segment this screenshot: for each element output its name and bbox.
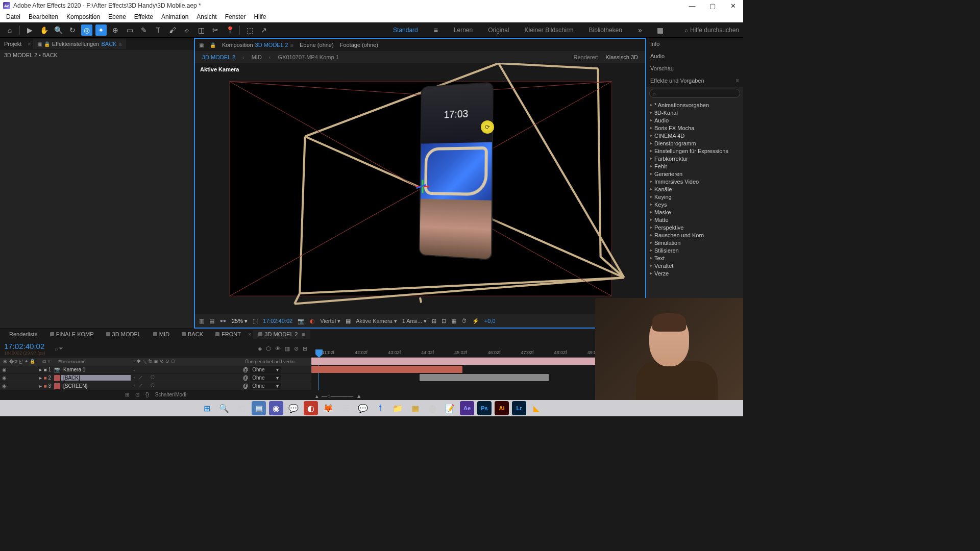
panel-menu-icon[interactable]: ≡ <box>736 78 739 84</box>
tree-item[interactable]: ▸Dienstprogramm <box>648 139 741 147</box>
pen-tool-icon[interactable]: ✎ <box>138 24 150 36</box>
facebook-icon[interactable]: f <box>373 401 387 415</box>
res-icon[interactable]: ⬚ <box>253 318 258 324</box>
after-effects-icon[interactable]: Ae <box>460 401 474 415</box>
tree-item[interactable]: ▸Keys <box>648 201 741 208</box>
brush-tool-icon[interactable]: 🖌 <box>167 24 178 36</box>
search-taskbar-icon[interactable]: 🔍 <box>217 401 231 415</box>
timeline-tab-front[interactable]: FRONT <box>210 330 246 339</box>
frame-blend-icon[interactable]: ▥ <box>285 345 290 352</box>
audio-panel-tab[interactable]: Audio <box>646 50 743 62</box>
layer-tab[interactable]: Ebene (ohne) <box>300 42 334 48</box>
parent-dropdown[interactable]: Ohne▾ <box>250 374 281 381</box>
menu-komposition[interactable]: Komposition <box>62 12 104 21</box>
layer-bar[interactable] <box>420 374 549 381</box>
tree-item[interactable]: ▸Audio <box>648 116 741 124</box>
timeline-tab-3dmodel2[interactable]: 3D MODEL 2≡ <box>253 330 310 339</box>
timeline-layer-row[interactable]: ◉ ▸■2 [BACK] ⬩／⬡ @Ohne▾ <box>0 374 311 382</box>
firefox-icon[interactable]: 🦊 <box>321 401 335 415</box>
timecode-icon[interactable]: ⏱ <box>461 318 467 324</box>
shape-tool-icon[interactable]: ▭ <box>124 24 135 36</box>
home-tool-icon[interactable]: ⌂ <box>4 24 15 36</box>
extra-tool-icon[interactable]: ↗ <box>258 24 270 36</box>
tree-item[interactable]: ▸Text <box>648 254 741 262</box>
camera-track-tool-icon[interactable]: ✦ <box>95 24 107 36</box>
zoom-tool-icon[interactable]: 🔍 <box>53 24 64 36</box>
tree-item[interactable]: ▸Maske <box>648 208 741 216</box>
tree-item[interactable]: ▸Immersives Video <box>648 178 741 185</box>
safe-icon[interactable]: ▦ <box>451 318 456 324</box>
menu-effekte[interactable]: Effekte <box>130 12 157 21</box>
explorer-icon[interactable]: ▤ <box>252 401 266 415</box>
layer-bar[interactable] <box>311 366 462 373</box>
tree-item[interactable]: ▸Fehlt <box>648 162 741 170</box>
workspace-grid-icon[interactable]: ▦ <box>655 24 666 36</box>
whatsapp-icon[interactable]: 💬 <box>286 401 301 415</box>
toggle-icon[interactable]: ▤ <box>209 318 214 324</box>
clone-tool-icon[interactable]: ⟐ <box>181 24 192 36</box>
tree-item[interactable]: ▸Generieren <box>648 170 741 178</box>
draft-3d-icon[interactable]: ⬡ <box>266 345 271 352</box>
effect-controls-tab[interactable]: ▣ 🔒 Effekteinstellungen BACK ≡ <box>33 39 126 49</box>
graph-icon[interactable]: ⊞ <box>303 345 307 352</box>
comp-lock-icon[interactable]: 🔒 <box>210 42 216 48</box>
timeline-current-time[interactable]: 17:02:40:02 <box>4 342 45 350</box>
viewport[interactable]: Aktive Kamera <box>195 63 645 314</box>
info-panel-tab[interactable]: Info <box>646 38 743 50</box>
toggle-modes-icon[interactable]: ⊡ <box>135 392 139 397</box>
tree-item[interactable]: ▸* Animationsvorgaben <box>648 101 741 109</box>
tree-item[interactable]: ▸Verze <box>648 269 741 277</box>
illustrator-icon[interactable]: Ai <box>495 401 509 415</box>
folder-icon[interactable]: 📁 <box>390 401 405 415</box>
snapshot-icon[interactable]: 📷 <box>298 318 305 324</box>
workspace-bibliotheken[interactable]: Bibliotheken <box>586 24 625 36</box>
comp-flowchart-icon[interactable]: ◈ <box>258 345 262 352</box>
app-icon-orange[interactable]: ◣ <box>529 401 544 415</box>
snap-icon[interactable]: ⬚ <box>244 24 255 36</box>
layer-name[interactable]: [SCREEN] <box>61 383 131 389</box>
channel-icon[interactable]: ◐ <box>310 318 315 324</box>
tree-item[interactable]: ▸Simulation <box>648 239 741 246</box>
minimize-button[interactable]: — <box>685 0 699 11</box>
workspace-kleiner[interactable]: Kleiner Bildschirm <box>522 24 577 36</box>
lightroom-icon[interactable]: Lr <box>512 401 526 415</box>
roto-tool-icon[interactable]: ✂ <box>210 24 221 36</box>
timeline-tab-mid[interactable]: MID <box>148 330 175 339</box>
menu-ansicht[interactable]: Ansicht <box>192 12 220 21</box>
eraser-tool-icon[interactable]: ◫ <box>195 24 207 36</box>
photoshop-icon[interactable]: Ps <box>477 401 492 415</box>
effects-search-input[interactable]: ⌕ <box>649 89 740 98</box>
text-tool-icon[interactable]: T <box>153 24 164 36</box>
transform-gizmo[interactable] <box>412 177 432 197</box>
project-tab[interactable]: Projekt <box>0 39 26 49</box>
app-icon-yellow[interactable]: ▦ <box>408 401 422 415</box>
anchor-tool-icon[interactable]: ⊕ <box>110 24 121 36</box>
grid-icon[interactable]: ⊞ <box>432 318 436 324</box>
zoom-in-icon[interactable]: ▲ <box>356 393 362 399</box>
teams-icon[interactable]: ◉ <box>269 401 283 415</box>
resolution-dropdown[interactable]: Viertel▾ <box>320 318 340 324</box>
parent-pick-icon[interactable]: @ <box>243 367 248 372</box>
rotate-tool-icon[interactable]: ↻ <box>67 24 78 36</box>
tree-item[interactable]: ▸Perspektive <box>648 223 741 231</box>
timeline-search-icon[interactable]: ⌕⏷ <box>55 345 64 352</box>
transparency-icon[interactable]: ▦ <box>346 318 351 324</box>
task-view-icon[interactable]: ▥ <box>234 401 249 415</box>
tree-item[interactable]: ▸Stilisieren <box>648 246 741 254</box>
zoom-dropdown[interactable]: 25%▾ <box>232 318 248 324</box>
alpha-icon[interactable]: ▥ <box>199 318 204 324</box>
parent-dropdown[interactable]: Ohne▾ <box>250 383 281 389</box>
fast-icon[interactable]: ⚡ <box>472 318 479 324</box>
footage-tab[interactable]: Footage (ohne) <box>340 42 378 48</box>
parent-dropdown[interactable]: Ohne▾ <box>250 366 281 373</box>
tree-item[interactable]: ▸Einstellungen für Expressions <box>648 147 741 155</box>
start-button[interactable]: ⊞ <box>200 401 214 415</box>
guide-icon[interactable]: ⊡ <box>442 318 446 324</box>
breadcrumb-3[interactable]: GX010707.MP4 Komp 1 <box>278 54 339 60</box>
timeline-layer-row[interactable]: ◉ ▸■1 📷 Kamera 1 ⬩ @Ohne▾ <box>0 366 311 374</box>
puppet-tool-icon[interactable]: 📍 <box>224 24 235 36</box>
menu-datei[interactable]: Datei <box>2 12 24 21</box>
tree-item[interactable]: ▸Keying <box>648 193 741 201</box>
renderer-dropdown[interactable]: Klassisch 3D <box>605 54 638 60</box>
phone-3d-layer[interactable]: 17:03 <box>419 82 493 260</box>
